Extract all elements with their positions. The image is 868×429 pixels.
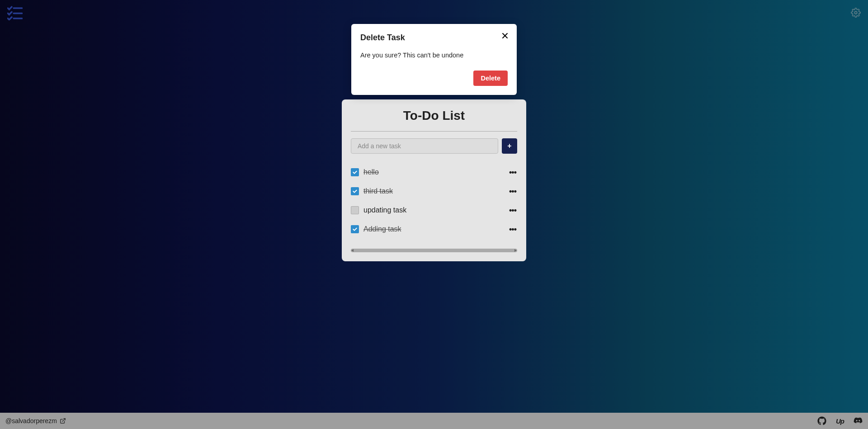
external-link-icon [60,418,66,424]
modal-body: Are you sure? This can't be undone [360,52,508,59]
footer: @salvadorperezm Up [0,413,868,429]
delete-button[interactable]: Delete [473,71,508,86]
checkbox-icon[interactable] [351,206,359,214]
todo-card: To-Do List + hello ••• third task ••• up… [342,99,526,261]
task-label: third task [363,187,504,195]
footer-user-label: @salvadorperezm [5,417,57,424]
task-label: hello [363,168,504,176]
page-title: To-Do List [351,108,517,123]
new-task-input[interactable] [351,138,498,154]
list-item: hello ••• [351,164,517,181]
scrollbar[interactable] [351,249,517,252]
more-icon[interactable]: ••• [508,225,517,234]
upwork-icon[interactable]: Up [835,416,844,425]
task-label: updating task [363,206,504,214]
github-icon[interactable] [817,416,826,425]
add-task-button[interactable]: + [502,138,517,154]
list-item: updating task ••• [351,202,517,219]
list-item: third task ••• [351,183,517,200]
modal-actions: Delete [360,71,508,86]
delete-modal: Delete Task Are you sure? This can't be … [351,24,517,95]
list-item: Adding task ••• [351,221,517,238]
task-list: hello ••• third task ••• updating task •… [351,164,517,238]
footer-icons: Up [817,416,863,425]
modal-title: Delete Task [360,33,508,42]
input-row: + [351,138,517,154]
more-icon[interactable]: ••• [508,168,517,177]
svg-line-6 [62,419,65,421]
more-icon[interactable]: ••• [508,206,517,215]
divider [351,131,517,132]
checkbox-icon[interactable] [351,168,359,176]
discord-icon[interactable] [854,416,863,425]
close-icon[interactable] [501,32,509,39]
task-label: Adding task [363,225,504,233]
checkbox-icon[interactable] [351,187,359,195]
footer-user-link[interactable]: @salvadorperezm [5,417,66,424]
checkbox-icon[interactable] [351,225,359,233]
more-icon[interactable]: ••• [508,187,517,196]
